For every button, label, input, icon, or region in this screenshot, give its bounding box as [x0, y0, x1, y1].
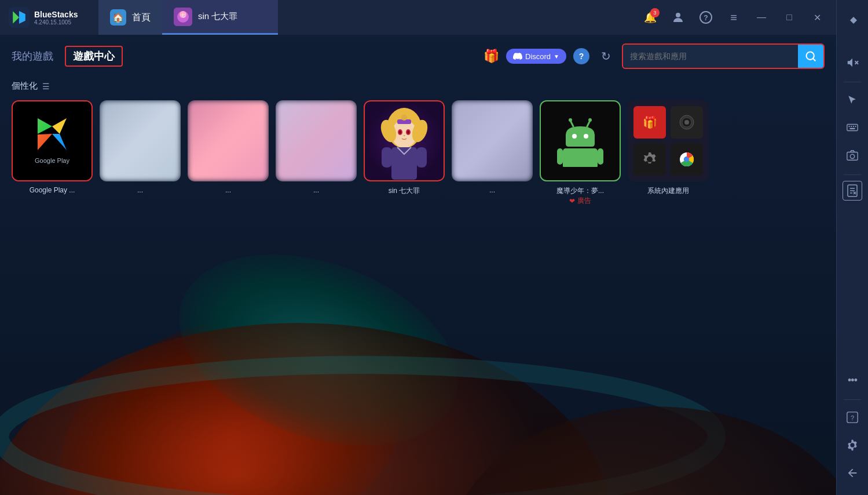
svg-rect-43	[557, 148, 563, 165]
svg-rect-33	[416, 147, 427, 168]
settings-icon	[846, 439, 859, 452]
title-bar: BlueStacks 4.240.15.1005 🏠 首頁 七 sin 七大罪	[0, 0, 836, 35]
svg-rect-31	[391, 147, 417, 180]
home-tab-icon: 🏠	[110, 9, 126, 26]
svg-rect-32	[382, 147, 392, 168]
close-button[interactable]: ✕	[807, 7, 827, 28]
bluestacks-version: 4.240.15.1005	[34, 19, 78, 26]
game-center-tab[interactable]: 遊戲中心	[65, 46, 123, 67]
titlebar-actions: 🔔 3 ? ≡ — □ ✕	[631, 7, 836, 28]
android-icon-wrapper	[540, 100, 621, 181]
sidebar-screenshot-button[interactable]	[841, 144, 864, 167]
sin-app-icon	[365, 102, 443, 180]
sidebar-cursor-button[interactable]	[841, 88, 864, 111]
system-gear-icon	[633, 143, 666, 176]
right-sidebar: ••• ?	[836, 0, 868, 495]
system-chrome-icon	[671, 143, 703, 176]
app-item-3[interactable]: ...	[188, 100, 269, 206]
discord-icon	[513, 52, 522, 61]
account-button[interactable]	[668, 7, 688, 28]
svg-point-40	[572, 134, 577, 139]
android-robot-svg	[554, 115, 606, 167]
app-item-4[interactable]: ...	[276, 100, 357, 206]
android-app-label: 魔導少年：夢...	[556, 186, 604, 196]
sidebar-back-button[interactable]	[841, 461, 864, 485]
bluestacks-logo-icon	[9, 7, 30, 28]
search-button[interactable]	[798, 45, 823, 68]
system-icon-wrapper: 🎁	[628, 100, 709, 181]
sidebar-divider-2	[844, 174, 861, 175]
svg-point-49	[684, 120, 689, 125]
notification-badge: 3	[650, 8, 660, 17]
toolbar-help-button[interactable]: ?	[573, 48, 589, 64]
svg-point-41	[584, 134, 588, 139]
svg-point-39	[588, 118, 592, 122]
sidebar-keyboard-button[interactable]	[841, 116, 864, 139]
search-icon	[805, 50, 816, 62]
bluestacks-name-text: BlueStacks 4.240.15.1005	[34, 10, 78, 26]
app4-label: ...	[313, 186, 319, 194]
svg-point-38	[569, 118, 572, 122]
section-title: 個性化 ☰	[0, 78, 836, 97]
my-games-label: 我的遊戲	[12, 49, 53, 63]
help-button[interactable]: ?	[695, 7, 716, 28]
sidebar-more-button[interactable]: •••	[841, 369, 864, 392]
back-icon	[846, 467, 859, 479]
app2-icon-wrapper	[100, 100, 181, 181]
svg-marker-20	[52, 134, 67, 150]
google-play-triangle-icon	[38, 118, 67, 150]
ad-label: ❤ 廣告	[569, 196, 591, 206]
game-center-label: 遊戲中心	[73, 50, 115, 62]
app-item-2[interactable]: ...	[100, 100, 181, 206]
sidebar-divider-1	[844, 82, 861, 82]
discord-label: Discord	[525, 52, 551, 61]
bluestacks-name: BlueStacks	[34, 10, 78, 19]
menu-button[interactable]: ≡	[723, 7, 744, 28]
svg-point-9	[676, 13, 680, 17]
app3-icon-wrapper	[188, 100, 269, 181]
tab-game-icon: 七	[174, 8, 192, 26]
minimize-button[interactable]: —	[751, 7, 772, 28]
search-input[interactable]	[623, 47, 798, 65]
app-item-google-play[interactable]: Google Play Google Play ...	[12, 100, 93, 206]
sidebar-settings-button[interactable]	[841, 434, 864, 457]
app-item-sin[interactable]: sin 七大罪	[364, 100, 445, 206]
discord-button[interactable]: Discord ▼	[506, 49, 566, 64]
app2-label: ...	[137, 186, 143, 194]
keyboard-icon	[846, 121, 859, 134]
search-box	[622, 43, 825, 69]
tab-game-sin[interactable]: 七 sin 七大罪	[162, 0, 278, 35]
app-item-android[interactable]: 魔導少年：夢... ❤ 廣告	[540, 100, 621, 206]
app-item-system[interactable]: 🎁	[628, 100, 709, 206]
filter-icon[interactable]: ☰	[42, 82, 50, 91]
my-games-tab[interactable]: 我的遊戲	[12, 49, 53, 63]
sidebar-question-button[interactable]: ?	[841, 406, 864, 429]
expand-icon	[847, 14, 858, 26]
refresh-button[interactable]: ↻	[596, 47, 615, 65]
google-play-icon: Google Play	[13, 100, 91, 181]
system-camera-icon	[671, 106, 703, 139]
svg-point-27	[407, 130, 409, 134]
svg-rect-42	[563, 148, 598, 167]
app6-label: ...	[489, 186, 495, 194]
svg-rect-44	[598, 148, 603, 165]
ad-text: 廣告	[577, 196, 591, 206]
maximize-button[interactable]: □	[779, 7, 800, 28]
svg-point-30	[401, 115, 407, 121]
apps-row: Google Play Google Play ... ... ...	[0, 97, 836, 209]
tab-home[interactable]: 🏠 首頁	[98, 0, 162, 35]
app-item-6[interactable]: ...	[452, 100, 533, 206]
gift-button[interactable]: 🎁	[484, 49, 499, 64]
personalize-label: 個性化	[12, 81, 38, 92]
cursor-icon	[847, 94, 858, 105]
svg-point-62	[850, 154, 854, 158]
svg-point-52	[684, 157, 689, 162]
system-gift-icon: 🎁	[633, 106, 666, 139]
toolbar: 我的遊戲 遊戲中心 🎁 Discord ▼ ? ↻	[0, 35, 836, 78]
sidebar-apk-button[interactable]	[843, 181, 862, 201]
notification-button[interactable]: 🔔 3	[640, 7, 661, 28]
google-play-icon-wrapper: Google Play	[12, 100, 93, 181]
svg-rect-55	[847, 125, 858, 131]
sidebar-expand-button[interactable]	[841, 9, 864, 32]
sidebar-volume-button[interactable]	[841, 51, 864, 74]
